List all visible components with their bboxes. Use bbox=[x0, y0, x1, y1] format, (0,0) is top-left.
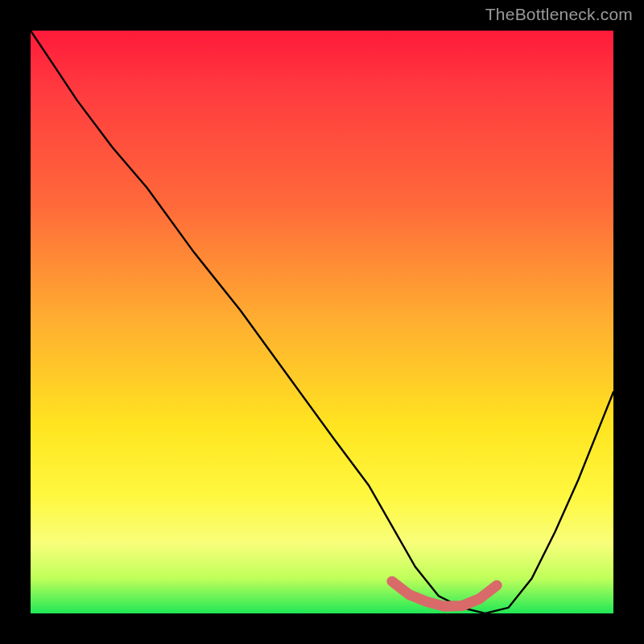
chart-frame: TheBottleneck.com bbox=[0, 0, 644, 644]
bottleneck-curve bbox=[31, 31, 613, 613]
chart-svg bbox=[31, 31, 613, 613]
watermark-text: TheBottleneck.com bbox=[485, 5, 633, 24]
highlight-band bbox=[392, 581, 497, 606]
plot-area bbox=[31, 31, 613, 613]
